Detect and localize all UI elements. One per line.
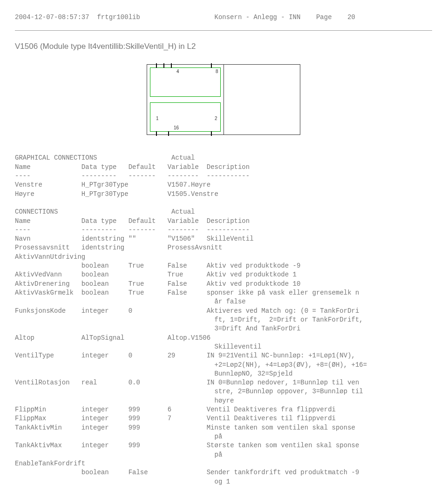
hdr-center: Konsern - Anlegg - INN [215,13,301,21]
page-header: 2004-12-07-08:57:37 frtgr100lib Konsern … [15,13,432,22]
module-title: V1506 (Module type It4ventillib:SkilleVe… [15,42,432,51]
gc-heading: GRAPHICAL CONNECTIONS [15,154,97,161]
hdr-pn: 20 [347,13,355,21]
cn-actual: Actual [171,208,195,215]
graphical-connections: GRAPHICAL CONNECTIONS Actual Name Data t… [15,154,432,199]
hdr-lib: frtgr100lib [97,13,140,21]
hdr-ts: 2004-12-07-08:57:37 [15,13,89,21]
diag-8: 8 [216,69,218,74]
diag-16: 16 [174,125,179,130]
connections: CONNECTIONS Actual Name Data type Defaul… [15,199,432,486]
diag-2: 2 [215,116,217,121]
gc-actual: Actual [171,154,195,161]
cn-heading: CONNECTIONS [15,208,58,215]
hdr-pl: Page [316,13,332,21]
diag-4: 4 [176,69,179,74]
module-diagram: 4 8 1 2 16 [147,64,300,135]
diag-1: 1 [156,116,159,121]
divider [15,30,432,31]
